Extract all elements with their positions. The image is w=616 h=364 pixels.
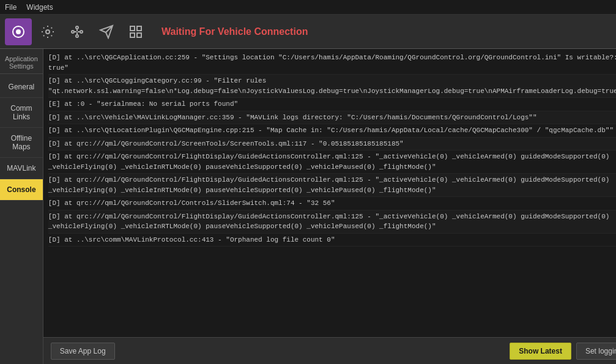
log-entry: [E] at :0 - "serialnmea: No serial ports… <box>48 98 616 111</box>
vehicle-status: Waiting For Vehicle Connection <box>161 26 308 37</box>
waypoints-icon[interactable] <box>64 18 91 45</box>
sidebar-item-console[interactable]: Console <box>0 179 43 201</box>
show-latest-button[interactable]: Show Latest <box>510 343 571 360</box>
send-icon[interactable] <box>93 18 120 45</box>
log-entry: [D] at qrc:///qml/QGroundControl/FlightD… <box>48 174 616 197</box>
log-entry: [D] at ..\src\Vehicle\MAVLinkLogManager.… <box>48 111 616 125</box>
main-layout: Application Settings General Comm Links … <box>0 49 616 364</box>
svg-rect-8 <box>137 26 141 31</box>
sidebar-item-comm-links[interactable]: Comm Links <box>0 98 43 128</box>
settings-icon[interactable] <box>34 18 61 45</box>
set-logging-button[interactable]: Set logging <box>576 343 616 360</box>
content-area: [D] at ..\src\QGCApplication.cc:259 - "S… <box>43 49 616 364</box>
log-entry: [D] at ..\src\comm\MAVLinkProtocol.cc:41… <box>48 234 616 247</box>
home-icon[interactable] <box>5 18 32 45</box>
log-entry: [D] at qrc:///qml/QGroundControl/FlightD… <box>48 210 616 234</box>
svg-point-5 <box>80 31 83 33</box>
log-entry: [D] at qrc:///qml/QGroundControl/Control… <box>48 197 616 210</box>
log-entry: [D] at qrc:///qml/QGroundControl/ScreenT… <box>48 138 616 151</box>
menu-bar: File Widgets <box>0 0 616 15</box>
menu-file[interactable]: File <box>5 3 17 12</box>
svg-rect-10 <box>137 33 141 37</box>
menu-widgets[interactable]: Widgets <box>26 3 53 12</box>
svg-point-2 <box>46 30 50 34</box>
sidebar-title: Application Settings <box>0 51 43 74</box>
analysis-icon[interactable] <box>122 18 149 45</box>
svg-point-4 <box>76 26 78 29</box>
svg-point-3 <box>72 31 74 33</box>
sidebar-item-mavlink[interactable]: MAVLink <box>0 158 43 179</box>
log-entry: [D] at qrc:///qml/QGroundControl/FlightD… <box>48 150 616 174</box>
svg-rect-9 <box>130 33 135 37</box>
sidebar-item-offline-maps[interactable]: Offline Maps <box>0 128 43 158</box>
svg-point-6 <box>76 35 78 37</box>
svg-rect-7 <box>130 26 135 31</box>
bottom-bar: Save App Log Show Latest Set logging <box>43 337 616 364</box>
svg-point-1 <box>16 29 21 34</box>
sidebar: Application Settings General Comm Links … <box>0 49 43 364</box>
toolbar: Waiting For Vehicle Connection <box>0 15 616 49</box>
log-entry: [D] at ..\src\QGCApplication.cc:259 - "S… <box>48 51 616 75</box>
log-area[interactable]: [D] at ..\src\QGCApplication.cc:259 - "S… <box>43 49 616 337</box>
sidebar-item-general[interactable]: General <box>0 76 43 98</box>
log-entry: [D] at ..\src\QGCLoggingCategory.cc:99 -… <box>48 75 616 98</box>
log-entry: [D] at ..\src\QtLocationPlugin\QGCMapEng… <box>48 124 616 138</box>
save-app-log-button[interactable]: Save App Log <box>51 343 115 360</box>
